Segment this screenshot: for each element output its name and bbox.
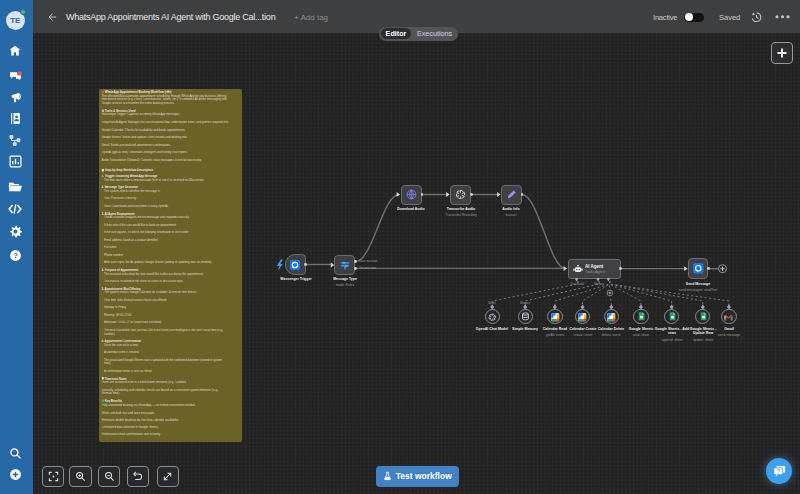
svg-text:?: ? (13, 251, 18, 260)
svg-text:?: ? (776, 468, 779, 474)
